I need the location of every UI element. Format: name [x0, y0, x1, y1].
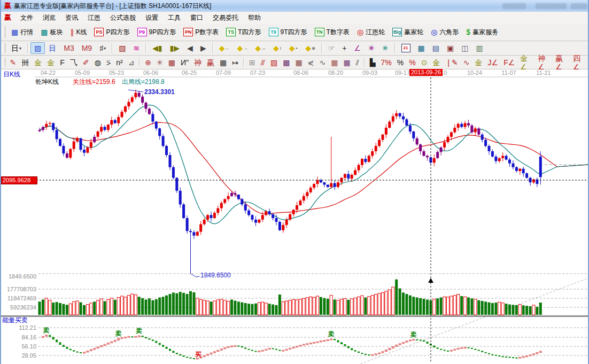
gann-target-tool[interactable]: ⊕ — [142, 57, 154, 68]
toolbar-grip[interactable] — [3, 43, 5, 53]
window-layout-button[interactable]: ▨ — [30, 42, 45, 54]
angle-j-tool[interactable]: J∠ — [485, 57, 501, 68]
ying-grid-tool[interactable]: 赢 — [204, 57, 217, 68]
corner-grid-tool[interactable]: ⊞ — [246, 57, 258, 68]
menu-item-2[interactable]: 资讯 — [60, 13, 83, 22]
star-grid-tool[interactable]: ✳ — [154, 57, 166, 68]
t-number-table-button[interactable]: TNT数字表 — [311, 26, 353, 38]
p-number-table-button[interactable]: PNP数字表 — [180, 26, 222, 38]
ninep-square-button[interactable]: P99P四方形 — [134, 26, 180, 38]
red-rays-tool[interactable]: ⫻ — [258, 57, 268, 68]
hand-tool-button[interactable]: ☞ — [324, 42, 339, 54]
save-button[interactable]: ▣ — [443, 42, 458, 54]
angle-measure-button[interactable]: ∠ — [350, 42, 365, 54]
square-of-nine-tool[interactable]: n² — [113, 57, 125, 68]
spiral-tool[interactable]: ⺄ — [67, 57, 80, 68]
mesh-grid-tool[interactable]: ▦ — [328, 57, 340, 68]
menu-item-3[interactable]: 江恩 — [83, 13, 105, 22]
number-grid-tool[interactable]: ▦ — [217, 57, 229, 68]
memo-button[interactable]: 目 — [45, 42, 60, 54]
toolbar-grip[interactable] — [3, 26, 5, 38]
fibonacci-grid-tool[interactable]: F — [57, 57, 67, 68]
net-disk-button[interactable]: ◫ — [458, 42, 472, 54]
menu-item-7[interactable]: 窗口 — [185, 13, 208, 22]
prev-button[interactable]: ◀ — [183, 42, 197, 54]
first-page-button[interactable]: ◀▮ — [149, 42, 166, 54]
sectors-button[interactable]: ▩板块 — [37, 26, 66, 38]
indicator-name-label[interactable]: 能量买卖 — [2, 316, 28, 325]
diamond-v-button[interactable]: ◆↕ — [269, 42, 285, 54]
mini-chart3-button[interactable]: M3 — [60, 42, 78, 54]
candle-pen-tool[interactable]: ❘✎ — [443, 57, 460, 68]
t-square-button[interactable]: TST四方形 — [222, 26, 265, 38]
parallel-lines-tool[interactable]: ⫽ — [353, 57, 362, 68]
chart-region[interactable]: 04-2205-0905-2306-0606-2507-0907-2308-06… — [1, 69, 589, 364]
menu-item-0[interactable]: 文件 — [15, 13, 38, 22]
winner-wheel-button[interactable]: Big赢家轮 — [389, 26, 427, 38]
gann-fan-tool[interactable]: ⊿ — [126, 57, 137, 68]
dark-grid-tool[interactable]: ▩ — [280, 57, 292, 68]
menu-item-1[interactable]: 浏览 — [38, 13, 60, 22]
menu-item-5[interactable]: 设置 — [141, 13, 163, 22]
gold-level-tool[interactable]: 金 — [430, 57, 443, 68]
next-button[interactable]: ▶ — [197, 42, 210, 54]
w-wave-tool[interactable]: ∿ — [316, 57, 328, 68]
net-flower-button[interactable]: ✳ — [365, 42, 378, 54]
period-label[interactable]: 日K线 — [3, 70, 20, 79]
mesh-grid2-tool[interactable]: ▦ — [340, 57, 353, 68]
mini-chart9-button[interactable]: M9 — [78, 42, 96, 54]
percent-tool[interactable]: % — [394, 57, 406, 68]
gann-wheel-button[interactable]: ◎江恩轮 — [353, 26, 389, 38]
marker-pen-tool[interactable]: ✎ — [7, 57, 19, 68]
diamond-h-button[interactable]: ◆↔ — [251, 42, 269, 54]
diamond-plus-button[interactable]: ◆+ — [285, 42, 301, 54]
wave-mark-tool[interactable]: И" — [178, 57, 191, 68]
ninet-square-button[interactable]: T99T四方形 — [265, 26, 311, 38]
time-cycle-tool[interactable]: ◍ — [92, 57, 104, 68]
gold-grid2-tool[interactable]: 金 — [44, 57, 57, 68]
angle-fan-tool[interactable]: ⋞ — [305, 57, 317, 68]
menu-item-8[interactable]: 交易委托 — [208, 13, 243, 22]
menu-item-6[interactable]: 工具 — [163, 13, 185, 22]
menu-item-4[interactable]: 公式选股 — [105, 13, 141, 22]
hatch-grid-tool[interactable]: ▦ — [292, 57, 305, 68]
column-stat-tool[interactable]: ▙ — [367, 57, 378, 68]
gold-circle-tool[interactable]: ⊙ — [418, 57, 430, 68]
winner-service-button[interactable]: $赢家服务 — [462, 26, 502, 38]
calendar-button[interactable]: 21 — [398, 42, 414, 54]
diamond-right-button[interactable]: ◆→ — [233, 42, 251, 54]
quotes-button[interactable]: ▦行情 — [7, 26, 37, 38]
diamond-left-button[interactable]: ◆← — [215, 42, 234, 54]
main-chart-canvas[interactable] — [1, 69, 589, 364]
kline-button[interactable]: ∥K线 — [66, 26, 90, 38]
last-page-button[interactable]: ▮▶ — [166, 42, 183, 54]
diamond-target-button[interactable]: ◆⊕ — [301, 42, 319, 54]
shen-grid-tool[interactable]: 神 — [191, 57, 204, 68]
data-download-button[interactable]: ▥ — [472, 42, 486, 54]
time-comb-tool[interactable]: 卌 — [19, 57, 32, 68]
gold-box-tool[interactable]: 金 — [472, 57, 485, 68]
gold-grid-tool[interactable]: 金 — [32, 57, 44, 68]
brush-tool[interactable]: ✐ — [80, 57, 92, 68]
percent7-tool[interactable]: 7% — [378, 57, 394, 68]
notepad-button[interactable]: ▤ — [429, 42, 443, 54]
crosshair-tool-button[interactable]: + — [338, 42, 350, 54]
column-stat-tool-icon: ▙ — [370, 58, 376, 67]
period-day-dropdown[interactable]: 日▾ — [7, 42, 25, 54]
width-measure-tool[interactable]: ↦ — [229, 57, 241, 68]
comb-tool[interactable]: ⍩ — [104, 57, 113, 68]
percent-line-tool[interactable]: % — [406, 57, 418, 68]
box-grid-tool[interactable]: ▦ — [166, 57, 178, 68]
menu-item-9[interactable]: 帮助 — [243, 13, 266, 22]
p-square-button[interactable]: PSP四方形 — [90, 26, 133, 38]
angle-f-tool[interactable]: F∠ — [501, 57, 517, 68]
hexagon-button[interactable]: ◎六角形 — [427, 26, 462, 38]
volume-profile-button[interactable]: ≋ — [129, 42, 143, 54]
wave-a-tool[interactable]: ∿ — [461, 57, 472, 68]
toolbar-grip[interactable] — [3, 58, 5, 67]
net-flower2-button[interactable]: ✳ — [378, 42, 392, 54]
candle-style-dropdown[interactable]: ♯▾ — [96, 42, 110, 54]
cube-view-button[interactable]: ▧ — [115, 42, 129, 54]
diag-grid-tool[interactable]: ▨ — [268, 57, 280, 68]
calculator-button[interactable]: ▦ — [414, 42, 429, 54]
